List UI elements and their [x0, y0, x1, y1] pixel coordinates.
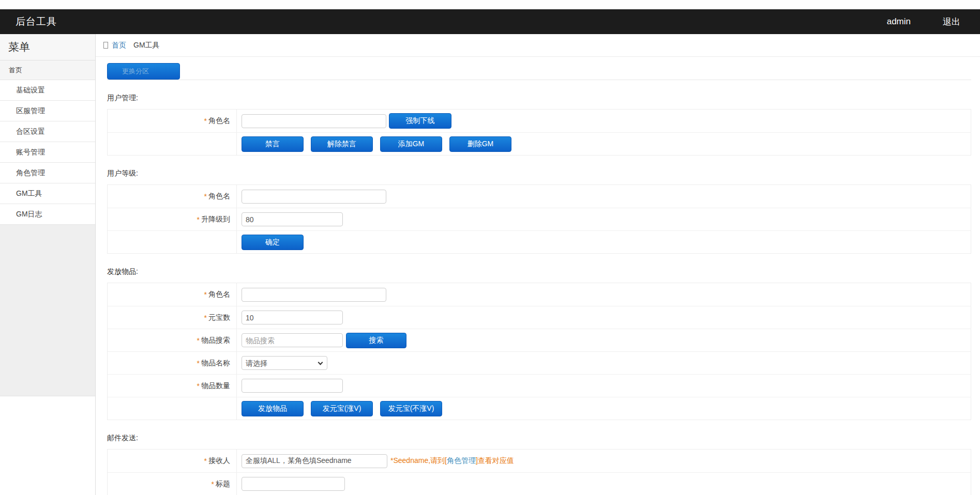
section-title: 发放物品: [107, 267, 971, 276]
section-user-level: 用户等级: * 角色名 * 升降级到 [107, 169, 971, 254]
receiver-input[interactable] [242, 454, 387, 468]
table-row: * 标题 [108, 472, 971, 495]
give-yuanbao-vip-button[interactable]: 发元宝(涨V) [311, 401, 373, 416]
breadcrumb-home-icon [103, 42, 108, 49]
add-gm-button[interactable]: 添加GM [380, 136, 442, 152]
confirm-button[interactable]: 确定 [242, 235, 304, 250]
mail-subject-label: 标题 [216, 479, 230, 489]
current-user[interactable]: admin [887, 17, 911, 27]
seedname-hint: *Seedname,请到[角色管理]查看对应值 [390, 456, 514, 466]
table-row: * 角色名 强制下线 [108, 110, 971, 132]
table-row: * 物品名称 请选择 [108, 351, 971, 374]
um-role-name-input[interactable] [242, 114, 386, 128]
table-row: * 接收人 *Seedname,请到[角色管理]查看对应值 [108, 450, 971, 472]
gi-role-name-input[interactable] [242, 288, 386, 302]
required-marker: * [204, 457, 207, 465]
table-row: * 物品数量 [108, 374, 971, 397]
item-qty-label: 物品数量 [201, 381, 230, 391]
section-give-items: 发放物品: * 角色名 * 元宝数 [107, 267, 971, 420]
sidebar-item-role-manage[interactable]: 角色管理 [0, 163, 95, 183]
table-row: * 升降级到 [108, 208, 971, 230]
level-to-label: 升降级到 [201, 215, 230, 224]
required-marker: * [204, 192, 207, 200]
yuanbao-count-input[interactable] [242, 311, 343, 324]
app-title: 后台工具 [16, 15, 57, 28]
item-name-select[interactable]: 请选择 [242, 356, 327, 370]
required-marker: * [197, 215, 200, 224]
sidebar-item-account-manage[interactable]: 账号管理 [0, 142, 95, 163]
table-row: * 角色名 [108, 283, 971, 306]
give-item-button[interactable]: 发放物品 [242, 401, 304, 416]
table-row: 禁言 解除禁言 添加GM 删除GM [108, 132, 971, 155]
mail-subject-input[interactable] [242, 477, 345, 491]
role-name-label: 角色名 [208, 290, 230, 299]
force-offline-button[interactable]: 强制下线 [389, 113, 451, 129]
top-navbar: 后台工具 admin 退出 [0, 9, 980, 34]
section-user-manage: 用户管理: * 角色名 强制下线 [107, 94, 971, 156]
item-qty-input[interactable] [242, 379, 343, 393]
required-marker: * [204, 290, 207, 299]
required-marker: * [197, 382, 200, 390]
sidebar-title: 菜单 [0, 34, 95, 60]
zone-tab-row: 更换分区 [107, 63, 971, 80]
receiver-label: 接收人 [208, 456, 230, 466]
section-title: 邮件发送: [107, 434, 971, 443]
table-row: 发放物品 发元宝(涨V) 发元宝(不涨V) [108, 397, 971, 420]
item-search-label: 物品搜索 [201, 336, 230, 345]
required-marker: * [212, 480, 214, 488]
table-row: * 角色名 [108, 185, 971, 208]
sidebar-item-gm-tools[interactable]: GM工具 [0, 183, 95, 204]
sidebar-item-server-manage[interactable]: 区服管理 [0, 101, 95, 121]
ul-role-name-input[interactable] [242, 190, 386, 204]
section-title: 用户管理: [107, 94, 971, 103]
switch-zone-button[interactable]: 更换分区 [107, 63, 180, 80]
unmute-button[interactable]: 解除禁言 [311, 136, 373, 152]
sidebar-item-home[interactable]: 首页 [0, 60, 95, 80]
sidebar-item-gm-logs[interactable]: GM日志 [0, 204, 95, 225]
item-search-input[interactable] [242, 333, 343, 347]
required-marker: * [204, 314, 207, 322]
required-marker: * [197, 336, 200, 345]
sidebar-filler [0, 225, 95, 396]
table-row: * 元宝数 [108, 306, 971, 329]
sidebar-item-merge-settings[interactable]: 合区设置 [0, 121, 95, 142]
search-button[interactable]: 搜索 [346, 333, 406, 348]
table-row: * 物品搜索 搜索 [108, 329, 971, 351]
section-title: 用户等级: [107, 169, 971, 178]
delete-gm-button[interactable]: 删除GM [449, 136, 511, 152]
level-to-input[interactable] [242, 212, 343, 226]
breadcrumb-home-link[interactable]: 首页 [112, 41, 126, 50]
logout-link[interactable]: 退出 [943, 16, 960, 28]
yuanbao-count-label: 元宝数 [208, 313, 230, 322]
table-row: 确定 [108, 230, 971, 253]
role-name-label: 角色名 [208, 192, 230, 201]
item-name-label: 物品名称 [201, 359, 230, 368]
main-content: 首页 GM工具 更换分区 用户管理: * 角色名 [96, 34, 980, 495]
sidebar-item-basic-settings[interactable]: 基础设置 [0, 80, 95, 101]
required-marker: * [204, 117, 207, 125]
top-strip [0, 0, 980, 9]
breadcrumb: 首页 GM工具 [96, 34, 980, 57]
section-mail-send: 邮件发送: * 接收人 *Seedname,请到[角色管理]查看对应值 [107, 434, 971, 495]
role-manage-hint-link[interactable]: 角色管理 [447, 456, 476, 465]
sidebar: 菜单 首页 基础设置 区服管理 合区设置 账号管理 角色管理 GM工具 GM日志 [0, 34, 96, 495]
required-marker: * [197, 359, 200, 367]
role-name-label: 角色名 [208, 116, 230, 126]
breadcrumb-current: GM工具 [133, 41, 160, 50]
mute-button[interactable]: 禁言 [242, 136, 304, 152]
give-yuanbao-novip-button[interactable]: 发元宝(不涨V) [380, 401, 442, 416]
